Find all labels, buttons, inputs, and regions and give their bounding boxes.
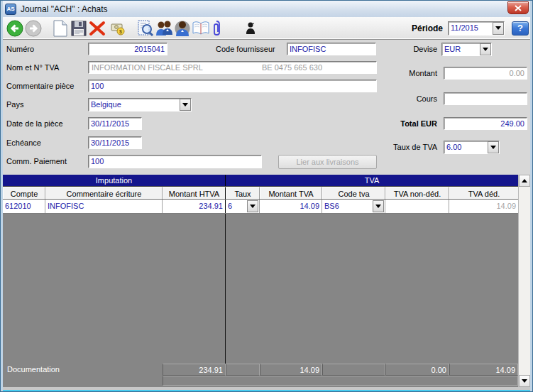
total-tva-ded: 14.09 xyxy=(449,364,518,376)
total-code-tva xyxy=(322,364,385,376)
window-title: Journal "ACH" : Achats xyxy=(21,4,108,14)
col-montant-tva[interactable]: Montant TVA xyxy=(260,187,322,199)
status-strip xyxy=(3,387,530,391)
chevron-down-icon[interactable] xyxy=(480,43,491,55)
comm-paiement-label: Comm. Paiement xyxy=(6,157,67,165)
supplier-icon[interactable] xyxy=(173,19,192,38)
commentaire-piece-label: Commentaire pièce xyxy=(6,82,74,90)
numero-field[interactable]: 2015041 xyxy=(88,43,167,55)
date-piece-label: Date de la pièce xyxy=(6,119,63,128)
comm-paiement-field[interactable]: 100 xyxy=(88,155,262,168)
pays-label: Pays xyxy=(6,100,23,109)
col-montant-htva[interactable]: Montant HTVA xyxy=(163,187,226,199)
svg-text:$: $ xyxy=(119,29,122,35)
cell-montant-tva[interactable]: 14.09 xyxy=(260,200,322,213)
user-icon[interactable] xyxy=(241,19,260,38)
help-button[interactable]: ? xyxy=(512,21,529,36)
forward-icon[interactable] xyxy=(24,19,43,38)
nom-tva-field: INFORMATION FISCALE SPRL BE 0475 665 630 xyxy=(88,61,377,74)
book-icon[interactable] xyxy=(192,19,210,38)
col-tva-ded[interactable]: TVA déd. xyxy=(449,187,518,199)
close-icon xyxy=(515,1,522,14)
devise-label: Devise xyxy=(348,45,437,53)
suppliers-icon[interactable] xyxy=(155,19,173,38)
code-tva-value: BS6 xyxy=(322,200,372,213)
col-tva-non-ded[interactable]: TVA non-déd. xyxy=(385,187,449,199)
new-document-icon[interactable] xyxy=(51,19,70,38)
scrollbar-track[interactable] xyxy=(519,187,530,375)
date-piece-field[interactable]: 30/11/2015 xyxy=(88,117,142,130)
group-tva: TVA xyxy=(226,175,518,186)
pays-dropdown[interactable]: Belgique xyxy=(88,98,192,111)
table-group-header: Imputation TVA xyxy=(3,175,518,187)
payment-icon[interactable]: $ xyxy=(109,19,128,38)
total-tva-non-ded: 0.00 xyxy=(385,364,449,376)
chevron-down-icon[interactable] xyxy=(373,200,384,212)
taux-value: 6 xyxy=(226,200,246,213)
total-eur-label: Total EUR xyxy=(348,119,437,128)
chevron-down-icon[interactable] xyxy=(493,22,504,35)
chevron-down-icon[interactable] xyxy=(488,141,499,153)
nom-tva-label: Nom et N° TVA xyxy=(6,63,59,72)
back-icon[interactable] xyxy=(6,19,24,38)
cell-montant-htva[interactable]: 234.91 xyxy=(163,200,226,213)
entries-table: Imputation TVA Compte Commentaire écritu… xyxy=(3,175,530,387)
col-compte[interactable]: Compte xyxy=(3,187,45,199)
cours-label: Cours xyxy=(348,94,437,103)
scroll-up-icon[interactable] xyxy=(519,175,530,187)
echeance-field[interactable]: 30/11/2015 xyxy=(88,136,142,149)
document-form: Numéro Nom et N° TVA Commentaire pièce P… xyxy=(3,40,530,175)
total-montant-htva: 234.91 xyxy=(163,364,226,376)
total-taux xyxy=(226,364,260,376)
table-bottom-strip xyxy=(3,376,518,387)
app-icon: AS xyxy=(5,4,16,15)
attachment-icon[interactable] xyxy=(210,19,223,38)
pays-value: Belgique xyxy=(89,99,180,111)
chevron-down-icon[interactable] xyxy=(180,99,191,111)
chevron-down-icon[interactable] xyxy=(247,200,258,212)
close-button[interactable] xyxy=(507,1,529,14)
total-montant-tva: 14.09 xyxy=(260,364,322,376)
nom-value: INFORMATION FISCALE SPRL xyxy=(92,63,203,72)
col-code-tva[interactable]: Code tva xyxy=(322,187,385,199)
documentation-label[interactable]: Documentation xyxy=(3,364,163,376)
tva-number-value: BE 0475 665 630 xyxy=(262,63,322,72)
cell-commentaire[interactable]: INFOFISC xyxy=(45,200,163,213)
devise-value: EUR xyxy=(442,43,480,55)
cell-taux-dropdown[interactable]: 6 xyxy=(226,200,260,213)
cell-tva-ded: 14.09 xyxy=(449,200,518,213)
save-icon[interactable] xyxy=(70,19,88,38)
taux-tva-value: 6.00 xyxy=(444,141,488,153)
code-fournisseur-label: Code fournisseur xyxy=(216,45,275,53)
cell-tva-non-ded[interactable] xyxy=(385,200,449,213)
table-row[interactable]: 612010 INFOFISC 234.91 6 14.09 BS6 14.09 xyxy=(3,200,518,214)
echeance-label: Echéance xyxy=(6,138,41,147)
taux-tva-label: Taux de TVA xyxy=(348,143,437,151)
app-window: AS Journal "ACH" : Achats $ xyxy=(0,0,533,392)
preview-icon[interactable] xyxy=(136,19,155,38)
period-label: Période xyxy=(412,23,443,33)
col-commentaire[interactable]: Commentaire écriture xyxy=(45,187,163,199)
table-totals-row: Documentation 234.91 14.09 0.00 14.09 xyxy=(3,364,518,376)
scroll-down-icon[interactable] xyxy=(519,375,530,387)
numero-label: Numéro xyxy=(6,45,34,53)
period-dropdown[interactable]: 11/2015 xyxy=(448,21,505,36)
period-value: 11/2015 xyxy=(449,22,493,35)
cours-field[interactable] xyxy=(444,92,527,105)
lier-livraisons-button: Lier aux livraisons xyxy=(278,155,377,169)
cell-compte[interactable]: 612010 xyxy=(3,200,45,213)
montant-label: Montant xyxy=(348,69,437,77)
montant-field: 0.00 xyxy=(444,67,527,80)
cell-code-tva-dropdown[interactable]: BS6 xyxy=(322,200,385,213)
devise-dropdown[interactable]: EUR xyxy=(441,43,492,56)
table-empty-area[interactable] xyxy=(3,214,518,364)
total-eur-field[interactable]: 249.00 xyxy=(444,117,527,130)
col-taux[interactable]: Taux xyxy=(226,187,260,199)
titlebar: AS Journal "ACH" : Achats xyxy=(3,1,530,17)
commentaire-piece-field[interactable]: 100 xyxy=(88,80,377,92)
taux-tva-dropdown[interactable]: 6.00 xyxy=(444,141,500,154)
delete-icon[interactable] xyxy=(88,19,106,38)
toolbar: $ Période 11/2015 ? xyxy=(3,17,530,40)
table-column-header: Compte Commentaire écriture Montant HTVA… xyxy=(3,187,518,200)
vertical-scrollbar[interactable] xyxy=(518,175,530,387)
